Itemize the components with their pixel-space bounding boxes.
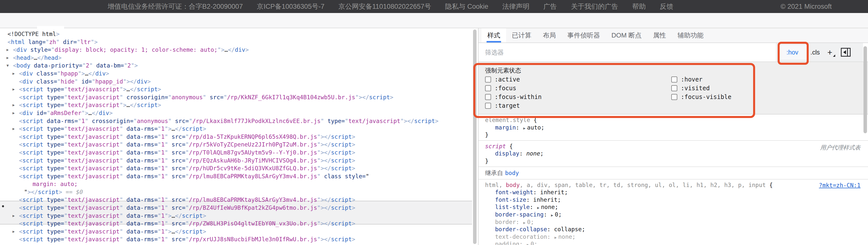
new-style-rule-button[interactable]: + <box>828 47 833 57</box>
expand-arrow-icon[interactable]: ▶ <box>12 228 15 236</box>
styles-tab-属性[interactable]: 属性 <box>647 28 672 42</box>
expand-arrow-icon[interactable]: ▶ <box>12 109 15 117</box>
footer-link[interactable]: 关于我们的广告 <box>571 2 618 11</box>
matched-selector: body <box>506 182 520 188</box>
footer-link[interactable]: 帮助 <box>632 2 646 11</box>
dom-tree-line[interactable]: <script type="text/javascript" data-rms=… <box>0 165 472 173</box>
collapse-arrow-icon[interactable]: ▼ <box>6 62 9 70</box>
footer-link[interactable]: 增值电信业务经营许可证：合字B2-20090007 <box>107 2 243 11</box>
inherited-node-link[interactable]: body <box>505 170 519 176</box>
css-property-border-collapse[interactable]: border-collapse: collapse; <box>478 226 868 233</box>
dom-tree-line[interactable]: <script type="text/javascript" data-rms=… <box>0 173 472 180</box>
elements-tree-panel: <!DOCTYPE html><html lang="zh" dir="ltr"… <box>0 28 472 245</box>
pseudo-state-row: :visited <box>671 84 710 92</box>
styles-tab-DOM 断点[interactable]: DOM 断点 <box>606 28 647 42</box>
dom-tree-line[interactable]: <script type="text/javascript" data-rms=… <box>0 133 472 141</box>
expand-arrow-icon[interactable]: ▶ <box>12 101 15 109</box>
pseudo-state-checkbox-hover[interactable] <box>671 76 677 82</box>
expand-arrow-icon[interactable]: ▶ <box>12 85 15 94</box>
dom-tree-line[interactable]: <script type="text/javascript" crossorig… <box>0 94 472 102</box>
pseudo-state-row: :focus-within <box>485 93 541 101</box>
force-element-state-panel: 强制元素状态 :active:focus:focus-within:target… <box>478 62 868 114</box>
styles-panel-scrollbar[interactable] <box>864 46 867 133</box>
dom-tree-line[interactable]: margin: auto; <box>0 180 472 188</box>
css-property-text-decoration[interactable]: text-decoration: ▶none; <box>478 233 868 241</box>
css-property-border-spacing[interactable]: border-spacing: ▶0; <box>478 211 868 218</box>
force-element-state-title: 强制元素状态 <box>485 67 521 74</box>
dom-tree-line[interactable]: ▶<script type="text/javascript" data-rms… <box>0 212 472 220</box>
dom-tree-line[interactable]: ▶<head>…</head> <box>0 54 472 62</box>
expand-arrow-icon[interactable]: ▶ <box>12 70 15 78</box>
computed-sidebar-toggle-icon[interactable] <box>841 48 851 57</box>
rule-origin-label: 用户代理样式表 <box>820 144 861 151</box>
pseudo-state-label: :focus-visible <box>681 94 731 101</box>
css-property-list-style[interactable]: list-style: ▶none; <box>478 204 868 211</box>
dom-tree-line[interactable]: ▶<div class="hpapp">…</div> <box>0 70 472 78</box>
dom-tree-line[interactable]: <script data-rms="1" crossorigin="anonym… <box>0 117 472 125</box>
dom-tree-line[interactable]: ▶<script type="text/javascript" data-rms… <box>0 228 472 236</box>
dom-tree-line[interactable]: "></script> == $0 <box>0 188 472 196</box>
dom-tree-line[interactable]: ▶<script type="text/javascript" data-rms… <box>0 125 472 133</box>
stylesheet-source-link[interactable]: ?mkt=zh-CN:1 <box>819 182 861 188</box>
dom-tree-line[interactable]: <!DOCTYPE html> <box>0 30 472 38</box>
footer-link[interactable]: 广告 <box>544 2 557 11</box>
css-property-padding[interactable]: padding: ▶0; <box>478 241 868 245</box>
dom-tree-line[interactable]: <script type="text/javascript" data-rms=… <box>0 196 472 204</box>
styles-tab-辅助功能[interactable]: 辅助功能 <box>672 28 709 42</box>
styles-filter-input[interactable]: 筛选器 <box>485 43 504 62</box>
footer-link[interactable]: 京公网安备11010802022657号 <box>338 2 431 11</box>
rule-selector[interactable]: element.style <box>485 117 530 123</box>
dom-tree-line[interactable]: <script type="text/javascript" data-rms=… <box>0 204 472 212</box>
footer-link[interactable]: 隐私与 Cookie <box>445 2 489 11</box>
dom-tree-line[interactable]: ▼<body data-priority="2" data-bm="2"> <box>0 62 472 70</box>
pseudo-state-checkbox-focus-within[interactable] <box>485 94 491 100</box>
pseudo-state-checkbox-focus-visible[interactable] <box>671 94 677 100</box>
styles-tab-事件侦听器[interactable]: 事件侦听器 <box>562 28 606 42</box>
pseudo-state-row: :active <box>485 76 520 83</box>
dom-tree-line[interactable]: <html lang="zh" dir="ltr"> <box>0 38 472 46</box>
expand-arrow-icon[interactable]: ▶ <box>12 212 15 220</box>
rule-selector[interactable]: script <box>485 143 506 149</box>
css-rules-list: element.style { margin: ▶auto; } 用户代理样式表… <box>478 114 868 245</box>
dom-tree-line[interactable]: <script type="text/javascript" data-rms=… <box>0 220 472 228</box>
styles-tab-样式[interactable]: 样式 <box>482 28 506 42</box>
css-property-font-size[interactable]: font-size: inherit; <box>478 196 868 204</box>
dom-tree-line[interactable]: ▶<div id="aRmsDefer">…</div> <box>0 109 472 117</box>
dom-tree-line[interactable]: <div class="hide" id="hpapp_id"></div> <box>0 78 472 86</box>
pseudo-state-row: :hover <box>671 76 703 83</box>
css-property-font-weight[interactable]: font-weight: inherit; <box>478 189 868 196</box>
pseudo-state-label: :hover <box>681 76 703 83</box>
elements-panel-scrollbar[interactable] <box>473 30 476 244</box>
css-property-border[interactable]: border: ▶0; <box>478 218 868 226</box>
dom-tree-line[interactable]: <script type="text/javascript" data-rms=… <box>0 157 472 165</box>
selected-node-marker <box>2 205 4 207</box>
footer-link[interactable]: 反馈 <box>660 2 673 11</box>
styles-tab-已计算[interactable]: 已计算 <box>506 28 537 42</box>
element-style-rule[interactable]: element.style { margin: ▶auto; } <box>478 114 868 141</box>
styles-tab-布局[interactable]: 布局 <box>537 28 562 42</box>
dom-tree-line[interactable]: <script type="text/javascript" data-rms=… <box>0 141 472 149</box>
user-agent-rule[interactable]: 用户代理样式表 script { display: none; } <box>478 141 868 167</box>
footer-link[interactable]: 法律声明 <box>502 2 529 11</box>
pseudo-state-checkbox-focus[interactable] <box>485 85 491 91</box>
css-property-margin[interactable]: margin: ▶auto; <box>478 124 868 132</box>
devtools-window: 增值电信业务经营许可证：合字B2-20090007京ICP备10036305号-… <box>0 0 868 245</box>
expand-arrow-icon[interactable]: ▶ <box>12 125 15 133</box>
dom-tree-line[interactable]: <script type="text/javascript" data-rms=… <box>0 236 472 244</box>
dom-tree-line[interactable]: ▶<script type="text/javascript">…</scrip… <box>0 101 472 109</box>
styles-sidebar: 样式已计算布局事件侦听器DOM 断点属性辅助功能 筛选器 :hov .cls +… <box>478 28 868 245</box>
footer-link[interactable]: 京ICP备10036305号-7 <box>257 2 324 11</box>
dom-tree-line[interactable]: ▶<div style="display: block; opacity: 1;… <box>0 46 472 54</box>
inherited-rule[interactable]: ?mkt=zh-CN:1 html, body, a, div, span, t… <box>478 179 868 245</box>
dom-tree-line[interactable]: ▶<script type="text/javascript">…</scrip… <box>0 85 472 94</box>
element-classes-button[interactable]: .cls <box>810 49 820 56</box>
pseudo-state-checkbox-active[interactable] <box>485 76 491 82</box>
footer-links: 增值电信业务经营许可证：合字B2-20090007京ICP备10036305号-… <box>0 2 673 11</box>
dom-tree-line[interactable]: <script type="text/javascript" data-rms=… <box>0 149 472 157</box>
css-property-display[interactable]: display: none; <box>478 150 868 158</box>
expand-arrow-icon[interactable]: ▶ <box>6 46 9 54</box>
pseudo-state-checkbox-target[interactable] <box>485 103 491 109</box>
expand-arrow-icon[interactable]: ▶ <box>6 54 9 62</box>
toggle-element-state-button[interactable]: :hov <box>778 45 806 60</box>
pseudo-state-checkbox-visited[interactable] <box>671 85 677 91</box>
